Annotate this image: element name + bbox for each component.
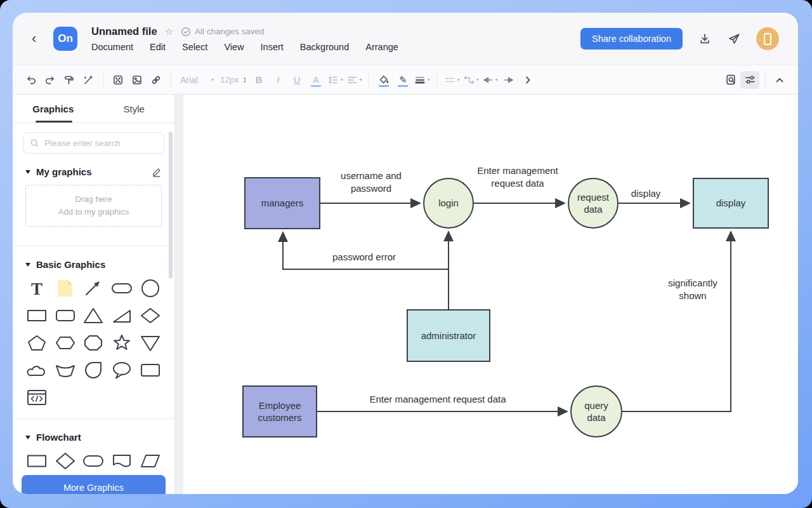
shape-cone[interactable] xyxy=(139,333,162,352)
shape-star[interactable] xyxy=(110,333,133,352)
dropzone-line2: Add to my graphics xyxy=(58,206,129,218)
shape-teardrop[interactable] xyxy=(82,361,105,380)
edge-label-enter-management-bottom[interactable]: Enter management request data xyxy=(343,393,533,406)
save-status: All changes saved xyxy=(181,27,265,37)
basic-graphics-header[interactable]: Basic Graphics xyxy=(13,259,174,270)
shape-rectangle[interactable] xyxy=(25,306,48,325)
font-size-select[interactable]: 12px ▲▼ xyxy=(218,75,249,84)
node-query-data[interactable]: query data xyxy=(570,385,622,438)
shape-document[interactable] xyxy=(110,451,133,471)
sidebar-scrollbar[interactable] xyxy=(169,131,173,279)
shape-card[interactable] xyxy=(139,361,162,380)
node-employee-customers[interactable]: Employee customers xyxy=(242,385,317,438)
my-graphics-header[interactable]: My graphics xyxy=(13,166,174,177)
shape-octagon[interactable] xyxy=(82,333,105,352)
font-size-stepper[interactable]: ▲▼ xyxy=(242,76,247,84)
insert-image-icon[interactable] xyxy=(128,71,147,89)
edge-label-password-error[interactable]: password error xyxy=(320,251,409,264)
shape-process[interactable] xyxy=(25,451,48,471)
menu-document[interactable]: Document xyxy=(91,42,133,52)
fill-color-button[interactable] xyxy=(374,71,393,89)
italic-button[interactable]: I xyxy=(268,71,287,89)
menu-insert[interactable]: Insert xyxy=(261,42,284,52)
search-box[interactable] xyxy=(23,132,164,154)
shape-triangle[interactable] xyxy=(82,306,105,325)
find-replace-icon[interactable] xyxy=(721,71,740,89)
send-icon[interactable] xyxy=(727,32,741,46)
line-spacing-button[interactable]: ▾ xyxy=(325,71,344,89)
more-graphics-button[interactable]: More Graphics xyxy=(22,475,166,494)
menu-background[interactable]: Background xyxy=(300,42,349,52)
shape-right-triangle[interactable] xyxy=(110,306,133,325)
properties-panel-toggle[interactable] xyxy=(740,71,759,89)
download-icon[interactable] xyxy=(698,32,712,46)
line-style-button[interactable]: ▾ xyxy=(442,71,461,89)
menu-arrange[interactable]: Arrange xyxy=(365,42,398,52)
shape-terminator[interactable] xyxy=(82,451,105,471)
more-tools-button[interactable] xyxy=(518,71,537,89)
back-button[interactable]: ‹ xyxy=(32,30,48,47)
search-icon xyxy=(30,138,39,148)
link-icon[interactable] xyxy=(147,71,166,89)
magic-wand-icon[interactable] xyxy=(79,71,98,89)
tab-style[interactable]: Style xyxy=(94,95,175,123)
edge-label-significantly-shown[interactable]: significantly shown xyxy=(655,277,731,303)
shape-code-block[interactable] xyxy=(25,388,48,407)
shape-arrow[interactable] xyxy=(82,279,105,298)
shape-stadium[interactable] xyxy=(110,279,133,298)
underline-button[interactable]: U xyxy=(287,71,306,89)
my-graphics-dropzone[interactable]: Drag here Add to my graphics xyxy=(25,185,162,227)
collapse-toolbar-button[interactable] xyxy=(770,71,789,89)
collapse-triangle-icon[interactable] xyxy=(25,436,30,439)
document-title[interactable]: Unnamed file xyxy=(91,25,157,37)
collapse-triangle-icon[interactable] xyxy=(25,263,30,267)
tab-graphics[interactable]: Graphics xyxy=(13,95,94,123)
header: ‹ On Unnamed file ☆ All changes saved Do… xyxy=(13,13,798,65)
flowchart-header[interactable]: Flowchart xyxy=(13,432,174,443)
shape-circle[interactable] xyxy=(139,279,162,298)
shape-diamond[interactable] xyxy=(139,306,162,325)
edit-pencil-icon[interactable] xyxy=(152,167,162,177)
transparency-fill-icon[interactable] xyxy=(108,71,128,89)
format-painter-icon[interactable] xyxy=(60,71,79,89)
font-family-select[interactable]: Arial ▾ xyxy=(176,75,218,85)
edge-label-enter-management-top[interactable]: Enter management request data xyxy=(464,164,572,190)
flowchart-grid xyxy=(13,443,174,471)
share-collaboration-button[interactable]: Share collaboration xyxy=(580,28,683,50)
node-display[interactable]: display xyxy=(693,178,769,229)
bold-button[interactable]: B xyxy=(249,71,268,89)
line-weight-button[interactable]: ▾ xyxy=(412,71,431,89)
avatar[interactable] xyxy=(756,27,779,50)
canvas[interactable]: managers login request data display admi… xyxy=(183,95,798,494)
graphics-sidebar: Graphics Style My graphics Drag here Add… xyxy=(13,95,175,494)
edge-label-username-password[interactable]: username and password xyxy=(327,170,416,196)
arrow-start-button[interactable]: ▾ xyxy=(480,71,499,89)
line-color-button[interactable]: ✎ xyxy=(393,71,412,89)
redo-button[interactable] xyxy=(41,71,60,89)
shape-speech-bubble[interactable] xyxy=(110,361,133,380)
menu-edit[interactable]: Edit xyxy=(150,42,166,52)
shape-decision[interactable] xyxy=(54,451,77,471)
shape-rounded-rectangle[interactable] xyxy=(54,306,77,325)
shape-sticky-note[interactable] xyxy=(54,279,77,298)
collapse-triangle-icon[interactable] xyxy=(25,170,30,174)
favorite-star-icon[interactable]: ☆ xyxy=(165,26,173,37)
menu-select[interactable]: Select xyxy=(182,42,207,52)
undo-button[interactable] xyxy=(22,71,41,89)
search-input[interactable] xyxy=(44,138,157,148)
shape-arc[interactable] xyxy=(54,361,77,380)
shape-hexagon[interactable] xyxy=(54,333,77,352)
menu-view[interactable]: View xyxy=(224,42,244,52)
arrow-end-button[interactable] xyxy=(499,71,518,89)
shape-pentagon[interactable] xyxy=(25,333,48,352)
node-managers[interactable]: managers xyxy=(244,177,320,229)
font-color-button[interactable]: A xyxy=(306,71,325,89)
node-request-data[interactable]: request data xyxy=(568,178,619,229)
connector-type-button[interactable]: ▾ xyxy=(461,71,480,89)
text-align-button[interactable]: ▾ xyxy=(344,71,363,89)
edge-label-display[interactable]: display xyxy=(627,187,665,200)
node-administrator[interactable]: administrator xyxy=(407,309,490,362)
shape-parallelogram[interactable] xyxy=(139,451,162,471)
shape-text[interactable]: T xyxy=(25,279,48,298)
shape-cloud[interactable] xyxy=(25,361,48,380)
